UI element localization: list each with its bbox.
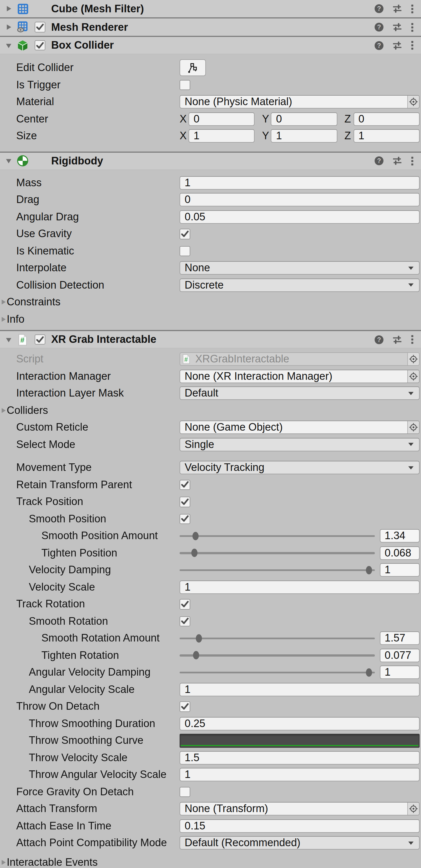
tighten-rotation-value-field[interactable]: 0.077 — [380, 649, 420, 662]
kebab-menu-icon[interactable] — [410, 156, 414, 166]
script-object-field[interactable]: #XRGrabInteractable — [180, 352, 420, 366]
smooth-position-amount-value-field[interactable]: 1.34 — [380, 529, 420, 543]
use-gravity-checkbox[interactable] — [180, 229, 190, 239]
tighten-position-slider-track[interactable] — [180, 545, 374, 561]
center-x-field[interactable]: 0 — [188, 113, 255, 126]
presets-icon[interactable] — [392, 22, 402, 32]
smooth-position-checkbox[interactable] — [180, 514, 190, 524]
foldout-arrow-icon[interactable] — [0, 316, 7, 323]
collision-detection-dropdown[interactable]: Discrete — [180, 279, 420, 292]
edit-collider-button[interactable] — [180, 60, 206, 76]
help-icon[interactable]: ? — [374, 156, 384, 165]
angular-drag-field[interactable]: 0.05 — [180, 210, 420, 224]
foldout-arrow-icon[interactable] — [0, 407, 7, 414]
throw-velocity-scale-field[interactable]: 1.5 — [180, 751, 420, 765]
interaction-manager-object-field[interactable]: None (XR Interaction Manager) — [180, 370, 420, 383]
throw-on-detach-checkbox[interactable] — [180, 701, 190, 712]
collapsed-arrow-icon[interactable] — [0, 0, 17, 17]
row-colliders[interactable]: Colliders — [0, 402, 421, 419]
size-x-field[interactable]: 1 — [188, 129, 255, 143]
retain-transform-parent-checkbox[interactable] — [180, 479, 190, 490]
select-mode-dropdown[interactable]: Single — [180, 438, 420, 451]
attach-ease-in-time-field[interactable]: 0.15 — [180, 819, 420, 833]
component-enable-checkbox[interactable] — [35, 40, 45, 51]
kebab-menu-icon[interactable] — [410, 22, 414, 32]
presets-icon[interactable] — [392, 4, 402, 13]
expanded-arrow-icon[interactable] — [0, 37, 17, 54]
size-z-field[interactable]: 1 — [353, 129, 420, 143]
object-picker-button[interactable] — [407, 803, 419, 815]
component-header-cube-mesh-filter[interactable]: Cube (Mesh Filter)? — [0, 0, 421, 17]
expanded-arrow-icon[interactable] — [0, 331, 17, 348]
force-gravity-on-detach-checkbox[interactable] — [180, 786, 190, 797]
kebab-menu-icon[interactable] — [410, 4, 414, 14]
center-z-field[interactable]: 0 — [353, 113, 420, 126]
throw-angular-velocity-scale-field[interactable]: 1 — [180, 768, 420, 782]
component-header-mesh-renderer[interactable]: Mesh Renderer? — [0, 19, 421, 36]
is-kinematic-checkbox[interactable] — [180, 246, 190, 256]
row-constraints[interactable]: Constraints — [0, 293, 421, 311]
tighten-rotation-slider-track[interactable] — [180, 647, 374, 664]
presets-icon[interactable] — [392, 156, 402, 165]
drag-field[interactable]: 0 — [180, 193, 420, 207]
help-icon[interactable]: ? — [374, 40, 384, 50]
collapsed-arrow-icon[interactable] — [0, 19, 17, 36]
row-interactable-events[interactable]: Interactable Events — [0, 854, 421, 868]
presets-icon[interactable] — [392, 40, 402, 50]
help-icon[interactable]: ? — [374, 4, 384, 13]
kebab-menu-icon[interactable] — [410, 335, 414, 344]
throw-smoothing-duration-field[interactable]: 0.25 — [180, 717, 420, 731]
interpolate-dropdown[interactable]: None — [180, 261, 420, 275]
smooth-position-amount-slider-track[interactable] — [180, 527, 374, 545]
foldout-arrow-icon[interactable] — [0, 299, 7, 306]
object-picker-button[interactable] — [407, 422, 419, 434]
row-label-col: Smooth Rotation — [0, 615, 180, 627]
component-header-rigidbody[interactable]: Rigidbody? — [0, 152, 421, 170]
help-icon[interactable]: ? — [374, 335, 384, 344]
material-object-field[interactable]: None (Physic Material) — [180, 95, 420, 109]
attach-transform-object-field[interactable]: None (Transform) — [180, 802, 420, 816]
help-icon[interactable]: ? — [374, 22, 384, 32]
row-info[interactable]: Info — [0, 311, 421, 328]
slider-handle[interactable] — [193, 532, 199, 540]
row-label: Throw Angular Velocity Scale — [29, 769, 167, 781]
component-header-xr-grab-interactable[interactable]: #XR Grab Interactable? — [0, 331, 421, 348]
slider-handle[interactable] — [366, 566, 372, 575]
object-picker-button[interactable] — [407, 370, 419, 382]
angular-velocity-damping-slider-track[interactable] — [180, 664, 374, 681]
kebab-menu-icon[interactable] — [410, 40, 414, 50]
object-picker-button[interactable] — [407, 353, 419, 366]
attach-point-compatibility-mode-dropdown[interactable]: Default (Recommended) — [180, 836, 420, 850]
component-enable-checkbox[interactable] — [35, 335, 45, 345]
custom-reticle-object-field[interactable]: None (Game Object) — [180, 421, 420, 434]
mass-field[interactable]: 1 — [180, 176, 420, 190]
angular-velocity-scale-field[interactable]: 1 — [180, 683, 420, 696]
size-y-field[interactable]: 1 — [271, 129, 337, 143]
angular-velocity-damping-value-field[interactable]: 1 — [380, 666, 420, 679]
slider-handle[interactable] — [193, 651, 199, 660]
row-velocity-scale: Velocity Scale1 — [0, 579, 421, 596]
track-rotation-checkbox[interactable] — [180, 599, 190, 609]
center-y-field[interactable]: 0 — [271, 113, 337, 126]
smooth-rotation-amount-slider-track[interactable] — [180, 630, 374, 647]
presets-icon[interactable] — [392, 335, 402, 344]
movement-type-dropdown[interactable]: Velocity Tracking — [180, 461, 420, 474]
expanded-arrow-icon[interactable] — [0, 152, 17, 169]
interaction-layer-mask-dropdown[interactable]: Default — [180, 387, 420, 400]
track-position-checkbox[interactable] — [180, 497, 190, 507]
throw-smoothing-curve-curve-field[interactable] — [180, 734, 420, 748]
smooth-rotation-amount-value-field[interactable]: 1.57 — [380, 632, 420, 645]
slider-handle[interactable] — [191, 549, 197, 557]
object-picker-button[interactable] — [407, 96, 419, 108]
smooth-rotation-checkbox[interactable] — [180, 616, 190, 626]
foldout-arrow-icon[interactable] — [0, 859, 7, 866]
tighten-position-value-field[interactable]: 0.068 — [380, 547, 420, 560]
velocity-damping-slider-track[interactable] — [180, 561, 374, 579]
velocity-damping-value-field[interactable]: 1 — [380, 563, 420, 577]
component-header-box-collider[interactable]: Box Collider? — [0, 37, 421, 54]
component-enable-checkbox[interactable] — [35, 22, 45, 32]
velocity-scale-field[interactable]: 1 — [180, 581, 420, 594]
is-trigger-checkbox[interactable] — [180, 80, 190, 90]
slider-handle[interactable] — [366, 668, 372, 677]
slider-handle[interactable] — [196, 634, 202, 643]
